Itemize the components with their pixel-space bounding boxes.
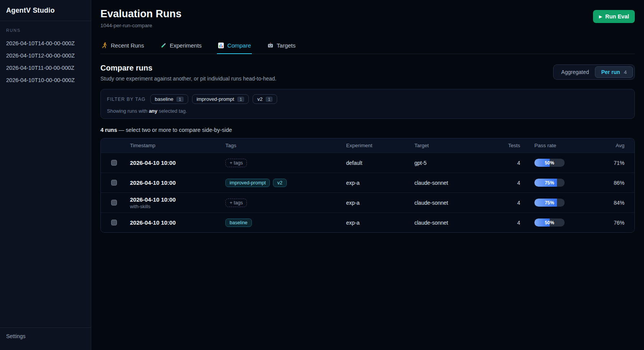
add-tags-button[interactable]: + tags bbox=[225, 159, 247, 167]
table-row: 2026-04-10 10:00+ tagsdefaultgpt-5450%71… bbox=[101, 153, 634, 173]
tag-chip-improved-prompt[interactable]: improved-prompt bbox=[225, 179, 270, 187]
filter-tag-baseline[interactable]: baseline1 bbox=[150, 94, 188, 104]
run-experiment: exp-a bbox=[340, 200, 408, 206]
page-subtitle: 1044-per-run-compare bbox=[100, 23, 182, 28]
sidebar-header: AgentV Studio bbox=[0, 0, 91, 21]
table-row: 2026-04-10 10:00baselineexp-aclaude-sonn… bbox=[101, 212, 634, 232]
column-experiment: Experiment bbox=[340, 139, 408, 152]
table-header-row: Timestamp Tags Experiment Target Tests P… bbox=[101, 138, 634, 153]
tab-label: Targets bbox=[277, 42, 296, 49]
run-tests-count: 4 bbox=[486, 200, 520, 206]
filter-tag-improved-prompt[interactable]: improved-prompt1 bbox=[192, 94, 249, 104]
toggle-option-label: Per run bbox=[601, 69, 620, 75]
tab-targets[interactable]: Targets bbox=[266, 39, 296, 54]
filter-tag-name: improved-prompt bbox=[197, 96, 234, 102]
tab-bar: Recent RunsExperimentsCompareTargets bbox=[100, 39, 635, 54]
pass-rate-pill: 75% bbox=[534, 179, 565, 187]
filter-note: Showing runs with any selected tag. bbox=[107, 108, 628, 114]
robot-icon bbox=[267, 42, 274, 49]
sidebar-run-item[interactable]: 2026-04-10T14-00-00-000Z bbox=[6, 37, 85, 49]
run-tests-count: 4 bbox=[486, 180, 520, 186]
pass-rate-label: 50% bbox=[534, 219, 565, 227]
run-target: claude-sonnet bbox=[408, 200, 486, 206]
tab-label: Compare bbox=[227, 42, 251, 49]
sidebar: AgentV Studio RUNS 2026-04-10T14-00-00-0… bbox=[0, 0, 91, 350]
run-timestamp: 2026-04-10 10:00 bbox=[130, 179, 219, 186]
runs-section-label: RUNS bbox=[6, 28, 85, 33]
table-row: 2026-04-10 10:00improved-promptv2exp-acl… bbox=[101, 173, 634, 192]
tab-recent-runs[interactable]: Recent Runs bbox=[100, 39, 145, 54]
run-timestamp: 2026-04-10 10:00 bbox=[130, 219, 219, 226]
filter-panel: FILTER BY TAG baseline1improved-prompt1v… bbox=[100, 89, 635, 119]
row-checkbox[interactable] bbox=[111, 220, 117, 225]
run-experiment: default bbox=[340, 160, 408, 166]
page-title: Evaluation Runs bbox=[100, 8, 182, 20]
tag-chip-baseline[interactable]: baseline bbox=[225, 219, 252, 227]
runner-icon bbox=[101, 42, 108, 49]
run-tests-count: 4 bbox=[486, 160, 520, 166]
toggle-option-per-run[interactable]: Per run4 bbox=[595, 66, 633, 78]
test-tube-icon bbox=[160, 42, 167, 49]
filter-tag-v2[interactable]: v21 bbox=[253, 94, 277, 104]
tag-chip-v2[interactable]: v2 bbox=[273, 179, 286, 187]
row-checkbox[interactable] bbox=[111, 200, 117, 205]
app-title: AgentV Studio bbox=[6, 7, 85, 15]
main-content: Evaluation Runs 1044-per-run-compare ▶ R… bbox=[91, 0, 644, 350]
tab-label: Experiments bbox=[170, 42, 202, 49]
run-timestamp: 2026-04-10 10:00 bbox=[130, 159, 219, 166]
view-toggle: AggregatedPer run4 bbox=[553, 64, 635, 80]
filter-tag-list: baseline1improved-prompt1v21 bbox=[150, 94, 278, 104]
page-header: Evaluation Runs 1044-per-run-compare ▶ R… bbox=[100, 0, 635, 28]
sidebar-run-item[interactable]: 2026-04-10T11-00-00-000Z bbox=[6, 62, 85, 74]
run-target: claude-sonnet bbox=[408, 180, 486, 186]
pass-rate-label: 50% bbox=[534, 159, 565, 167]
filter-tag-name: baseline bbox=[155, 96, 173, 102]
filter-tag-count: 1 bbox=[237, 97, 244, 102]
column-avg: Avg bbox=[601, 139, 634, 152]
row-checkbox[interactable] bbox=[111, 160, 117, 166]
compare-title: Compare runs bbox=[100, 64, 276, 72]
pass-rate-label: 75% bbox=[534, 179, 565, 187]
toggle-option-label: Aggregated bbox=[561, 69, 589, 75]
compare-subtitle: Study one experiment against another, or… bbox=[100, 76, 276, 82]
column-checkbox bbox=[101, 142, 124, 150]
column-timestamp: Timestamp bbox=[124, 139, 219, 152]
sidebar-run-item[interactable]: 2026-04-10T10-00-00-000Z bbox=[6, 74, 85, 86]
filter-tag-count: 1 bbox=[266, 97, 273, 102]
tab-compare[interactable]: Compare bbox=[217, 39, 252, 54]
toggle-count-badge: 4 bbox=[624, 69, 627, 75]
run-timestamp: 2026-04-10 10:00 bbox=[130, 196, 219, 203]
run-eval-button[interactable]: ▶ Run Eval bbox=[593, 10, 635, 23]
toggle-option-aggregated[interactable]: Aggregated bbox=[555, 66, 595, 78]
run-list: 2026-04-10T14-00-00-000Z2026-04-10T12-00… bbox=[6, 37, 85, 86]
run-sublabel: with-skills bbox=[130, 204, 219, 209]
pass-rate-pill: 50% bbox=[534, 219, 565, 227]
row-checkbox[interactable] bbox=[111, 180, 117, 186]
bar-chart-icon bbox=[218, 42, 224, 49]
run-avg: 84% bbox=[601, 200, 634, 206]
run-tests-count: 4 bbox=[486, 220, 520, 226]
pass-rate-label: 75% bbox=[534, 199, 565, 207]
runs-table-body: 2026-04-10 10:00+ tagsdefaultgpt-5450%71… bbox=[101, 153, 634, 232]
run-experiment: exp-a bbox=[340, 220, 408, 226]
filter-note-any: any bbox=[149, 108, 157, 114]
runs-summary-count: 4 runs bbox=[100, 127, 117, 133]
compare-section-header: Compare runs Study one experiment agains… bbox=[100, 64, 635, 82]
filter-tag-count: 1 bbox=[176, 97, 183, 102]
run-target: claude-sonnet bbox=[408, 220, 486, 226]
tab-label: Recent Runs bbox=[111, 42, 144, 49]
column-tests: Tests bbox=[486, 139, 520, 152]
sidebar-runs-section: RUNS 2026-04-10T14-00-00-000Z2026-04-10T… bbox=[0, 21, 91, 327]
add-tags-button[interactable]: + tags bbox=[225, 199, 247, 207]
sidebar-footer: Settings bbox=[0, 327, 91, 350]
column-target: Target bbox=[408, 139, 486, 152]
table-row: 2026-04-10 10:00with-skills+ tagsexp-acl… bbox=[101, 192, 634, 212]
settings-link[interactable]: Settings bbox=[6, 333, 85, 339]
pass-rate-pill: 75% bbox=[534, 199, 565, 207]
pass-rate-pill: 50% bbox=[534, 159, 565, 167]
tab-experiments[interactable]: Experiments bbox=[159, 39, 202, 54]
run-avg: 76% bbox=[601, 220, 634, 226]
sidebar-run-item[interactable]: 2026-04-10T12-00-00-000Z bbox=[6, 49, 85, 62]
runs-summary: 4 runs — select two or more to compare s… bbox=[100, 127, 635, 133]
filter-by-tag-label: FILTER BY TAG bbox=[107, 97, 146, 102]
